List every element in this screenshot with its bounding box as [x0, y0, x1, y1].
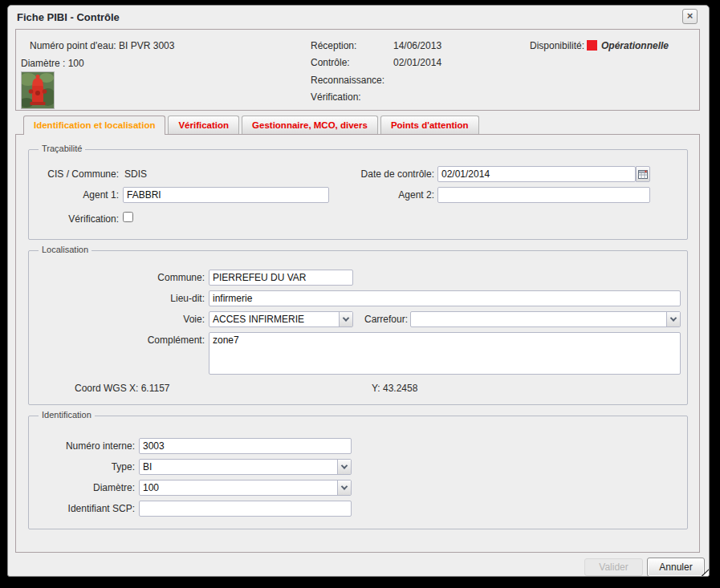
- annuler-button[interactable]: Annuler: [647, 558, 705, 577]
- voie-label: Voie:: [29, 314, 205, 325]
- cis-commune-value: SDIS: [124, 168, 147, 180]
- controle-label: Contrôle:: [311, 57, 350, 68]
- close-icon: ×: [687, 10, 694, 22]
- verification-date-label: Vérification:: [311, 91, 361, 103]
- chevron-down-icon: [341, 462, 348, 468]
- chevron-down-icon: [670, 314, 677, 321]
- carrefour-combobox[interactable]: [410, 311, 681, 327]
- valider-button[interactable]: Valider: [584, 558, 643, 576]
- tab-strip: Identification et localisation Vérificat…: [23, 116, 479, 135]
- localisation-legend: Localisation: [39, 245, 92, 254]
- close-button[interactable]: ×: [682, 9, 698, 24]
- controle-value: 02/01/2014: [393, 57, 441, 68]
- voie-combobox[interactable]: ACCES INFIRMERIE: [209, 311, 353, 327]
- commune-input[interactable]: [209, 270, 353, 286]
- localisation-fieldset: Localisation Commune: Lieu-dit: Voie: AC…: [28, 250, 688, 405]
- hydrant-photo: [21, 71, 55, 109]
- type-label: Type:: [29, 461, 135, 472]
- complement-label: Complément:: [29, 335, 205, 346]
- tab-content-panel: Traçabilité CIS / Commune: SDIS Date de …: [15, 134, 700, 553]
- identifiant-scp-input[interactable]: [139, 501, 352, 517]
- agent1-input[interactable]: [123, 187, 329, 203]
- tracabilite-fieldset: Traçabilité CIS / Commune: SDIS Date de …: [28, 149, 688, 240]
- lieudit-input[interactable]: [209, 290, 681, 306]
- numero-interne-input[interactable]: [139, 438, 352, 454]
- diametre-summary: Diamètre : 100: [21, 58, 84, 69]
- numero-point-eau: Numéro point d'eau: BI PVR 3003: [30, 40, 174, 51]
- disponibilite-label: Disponibilité:: [530, 40, 584, 51]
- mouse-cursor: [698, 568, 710, 577]
- date-picker-button[interactable]: [636, 166, 650, 182]
- header-summary-box: Numéro point d'eau: BI PVR 3003 Diamètre…: [15, 29, 700, 111]
- tab-gestionnaire-mco-divers[interactable]: Gestionnaire, MCO, divers: [242, 116, 378, 134]
- fiche-pibi-dialog: Fiche PIBI - Contrôle × Numéro point d'e…: [7, 5, 710, 577]
- agent2-label: Agent 2:: [327, 189, 434, 201]
- tab-points-attention[interactable]: Points d'attention: [380, 116, 479, 134]
- coord-wgs-x: Coord WGS X: 6.1157: [75, 383, 170, 394]
- verification-checkbox[interactable]: [123, 212, 133, 222]
- tab-verification[interactable]: Vérification: [168, 116, 239, 134]
- type-dropdown-trigger[interactable]: [337, 460, 351, 474]
- date-controle-label: Date de contrôle:: [327, 168, 434, 180]
- calendar-icon: [638, 169, 648, 179]
- diametre-dropdown-trigger[interactable]: [337, 481, 351, 495]
- carrefour-label: Carrefour:: [338, 314, 408, 325]
- diametre-label: Diamètre:: [29, 482, 135, 493]
- diametre-value: 100: [140, 481, 337, 495]
- date-controle-input[interactable]: [437, 166, 636, 182]
- identification-fieldset: Identification Numéro interne: Type: BI …: [28, 416, 688, 529]
- complement-textarea[interactable]: zone7: [209, 332, 681, 375]
- coord-wgs-y: Y: 43.2458: [372, 383, 417, 394]
- tracabilite-legend: Traçabilité: [39, 144, 85, 153]
- reconnaissance-label: Reconnaissance:: [311, 75, 384, 86]
- diametre-combobox[interactable]: 100: [139, 480, 352, 496]
- carrefour-value: [411, 312, 666, 326]
- type-combobox[interactable]: BI: [139, 459, 352, 475]
- identification-legend: Identification: [39, 410, 95, 420]
- voie-value: ACCES INFIRMERIE: [209, 312, 339, 326]
- carrefour-dropdown-trigger[interactable]: [666, 312, 680, 326]
- numero-interne-label: Numéro interne:: [29, 440, 135, 452]
- agent2-input[interactable]: [437, 187, 650, 203]
- chevron-down-icon: [341, 483, 348, 489]
- commune-label: Commune:: [29, 272, 205, 283]
- status-square-icon: [587, 40, 597, 51]
- identifiant-scp-label: Identifiant SCP:: [29, 503, 135, 514]
- lieudit-label: Lieu-dit:: [29, 293, 205, 304]
- reception-label: Réception:: [311, 40, 356, 51]
- tab-identification-localisation[interactable]: Identification et localisation: [23, 116, 165, 135]
- cis-commune-label: CIS / Commune:: [29, 168, 119, 180]
- reception-value: 14/06/2013: [393, 40, 441, 51]
- verification-checkbox-label: Vérification:: [29, 213, 119, 225]
- dialog-title: Fiche PIBI - Contrôle: [17, 11, 120, 23]
- type-value: BI: [140, 460, 337, 474]
- agent1-label: Agent 1:: [29, 189, 119, 201]
- disponibilite-value: Opérationnelle: [601, 40, 669, 51]
